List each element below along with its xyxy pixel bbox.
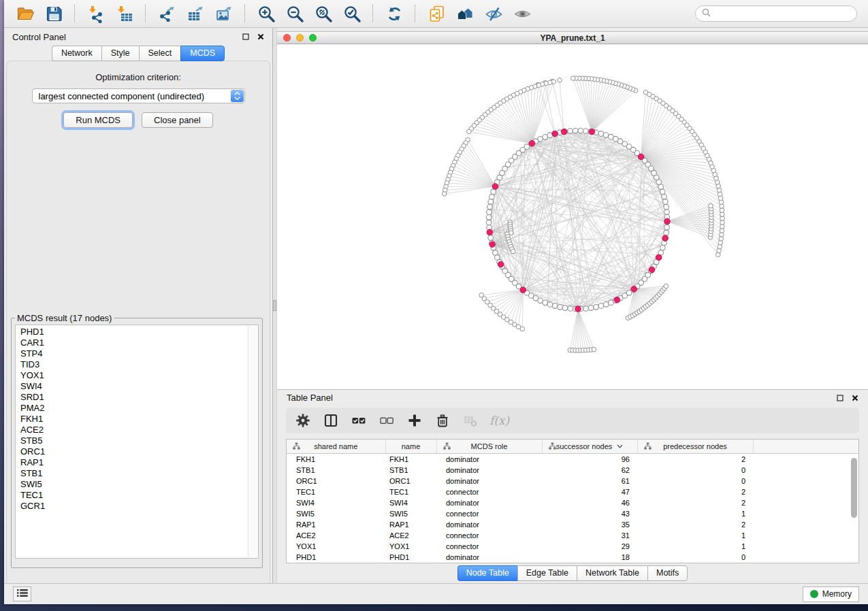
- table-row[interactable]: PHD1PHD1dominator180: [287, 552, 858, 563]
- mcds-result-item[interactable]: STB5: [16, 435, 258, 446]
- table-row[interactable]: RAP1RAP1dominator352: [287, 519, 858, 530]
- cell-mcds-role: dominator: [436, 497, 542, 508]
- export-network-button[interactable]: [154, 2, 180, 25]
- deselect-all-rows-button[interactable]: [378, 412, 396, 429]
- search-box: [695, 5, 857, 22]
- mcds-result-item[interactable]: SRD1: [16, 392, 258, 403]
- maximize-window-icon[interactable]: [309, 34, 317, 42]
- delete-column-button[interactable]: [434, 412, 451, 429]
- add-column-button[interactable]: [406, 412, 423, 429]
- tab-node-table[interactable]: Node Table: [457, 565, 517, 581]
- status-bar: Memory: [4, 583, 868, 604]
- float-table-panel-icon[interactable]: [836, 394, 843, 401]
- network-canvas[interactable]: [277, 44, 868, 389]
- table-settings-button[interactable]: [294, 412, 312, 429]
- mcds-result-item[interactable]: ORC1: [16, 446, 258, 457]
- column-header-predecessor-nodes[interactable]: predecessor nodes: [637, 440, 753, 454]
- column-header-filler: [753, 440, 858, 454]
- column-header-name[interactable]: name: [385, 440, 436, 454]
- import-table-button[interactable]: [112, 2, 138, 25]
- show-panels-list-button[interactable]: [13, 587, 31, 601]
- mcds-result-item[interactable]: TID3: [16, 359, 258, 370]
- show-columns-button[interactable]: [322, 412, 340, 429]
- table-row[interactable]: FKH1FKH1dominator962: [287, 454, 858, 465]
- mcds-result-item[interactable]: FKH1: [16, 414, 258, 425]
- column-header-successor-nodes[interactable]: successor nodes: [542, 440, 637, 454]
- cell-mcds-role: dominator: [436, 552, 542, 563]
- table-scrollbar-thumb[interactable]: [851, 458, 857, 518]
- export-image-button[interactable]: [211, 2, 237, 25]
- clone-network-button[interactable]: [423, 2, 449, 25]
- close-table-panel-icon[interactable]: [851, 394, 858, 401]
- optimization-criterion-select[interactable]: largest connected component (undirected): [32, 88, 245, 103]
- hide-selected-button[interactable]: [481, 2, 507, 25]
- mcds-result-item[interactable]: GCR1: [16, 501, 258, 512]
- cell-shared-name: PHD1: [287, 552, 385, 563]
- mcds-result-item[interactable]: TEC1: [16, 490, 258, 501]
- table-row[interactable]: ACE2ACE2connector311: [287, 530, 858, 541]
- table-row[interactable]: STB1STB1dominator620: [287, 465, 858, 476]
- tab-motifs[interactable]: Motifs: [647, 565, 688, 581]
- tab-network-table[interactable]: Network Table: [577, 565, 647, 581]
- save-session-button[interactable]: [41, 2, 67, 25]
- tab-select[interactable]: Select: [139, 46, 181, 61]
- mcds-result-item[interactable]: YOX1: [16, 370, 258, 381]
- cell-mcds-role: connector: [436, 530, 542, 541]
- tab-mcds[interactable]: MCDS: [180, 46, 225, 61]
- first-neighbors-button[interactable]: [452, 2, 478, 25]
- tab-style[interactable]: Style: [101, 46, 139, 61]
- table-row[interactable]: SWI4SWI4dominator462: [287, 497, 858, 508]
- vertical-splitter[interactable]: [272, 28, 277, 583]
- control-panel-header: Control Panel: [4, 28, 272, 46]
- column-header-shared-name[interactable]: shared name: [287, 440, 385, 454]
- cell-shared-name: SWI4: [287, 497, 385, 508]
- mcds-result-item[interactable]: SWI5: [16, 479, 258, 490]
- table-row[interactable]: ORC1ORC1dominator610: [287, 476, 858, 486]
- mcds-result-item[interactable]: RAP1: [16, 457, 258, 468]
- memory-button[interactable]: Memory: [803, 587, 859, 602]
- table-scrollbar[interactable]: [850, 455, 857, 561]
- splitter-handle[interactable]: [273, 300, 276, 311]
- table-row[interactable]: TEC1TEC1connector472: [287, 486, 858, 497]
- mcds-list-scrollbar[interactable]: [248, 326, 257, 557]
- column-type-icon: [549, 442, 556, 451]
- mcds-result-item[interactable]: STP4: [16, 348, 258, 359]
- select-all-rows-button[interactable]: [350, 412, 368, 429]
- export-table-button[interactable]: [182, 2, 208, 25]
- zoom-out-button[interactable]: [282, 2, 308, 25]
- cell-mcds-role: dominator: [436, 454, 542, 465]
- zoom-fit-button[interactable]: [310, 2, 336, 25]
- float-panel-icon[interactable]: [242, 33, 249, 41]
- cell-name: TEC1: [385, 486, 436, 497]
- open-session-button[interactable]: [12, 2, 38, 25]
- cell-filler: [753, 465, 858, 476]
- tab-edge-table[interactable]: Edge Table: [517, 565, 577, 581]
- mcds-result-item[interactable]: CAR1: [16, 337, 258, 348]
- show-all-button[interactable]: [509, 2, 535, 25]
- network-graph[interactable]: [277, 44, 868, 386]
- mcds-result-item[interactable]: PHD1: [16, 327, 258, 337]
- cell-filler: [753, 552, 858, 563]
- import-network-button[interactable]: [83, 2, 109, 25]
- cell-name: SWI5: [385, 508, 436, 519]
- search-input[interactable]: [715, 8, 850, 19]
- table-row[interactable]: SWI5SWI5connector431: [287, 508, 858, 519]
- minimize-window-icon[interactable]: [296, 34, 304, 42]
- cell-successor-nodes: 46: [542, 497, 637, 508]
- refresh-layout-button[interactable]: [381, 2, 407, 25]
- tab-network[interactable]: Network: [52, 46, 101, 61]
- close-window-icon[interactable]: [283, 34, 291, 42]
- close-panel-icon[interactable]: [257, 33, 264, 41]
- cell-mcds-role: dominator: [436, 465, 542, 476]
- close-panel-button[interactable]: Close panel: [142, 112, 213, 128]
- zoom-in-button[interactable]: [253, 2, 279, 25]
- mcds-result-item[interactable]: STB1: [16, 468, 258, 479]
- zoom-selected-button[interactable]: [339, 2, 365, 25]
- column-header-MCDS-role[interactable]: MCDS role: [436, 440, 542, 454]
- network-window-titlebar: YPA_prune.txt_1: [277, 32, 868, 44]
- mcds-result-item[interactable]: ACE2: [16, 425, 258, 435]
- mcds-result-item[interactable]: SWI4: [16, 381, 258, 392]
- table-row[interactable]: YOX1YOX1connector291: [287, 541, 858, 552]
- run-mcds-button[interactable]: Run MCDS: [63, 112, 133, 128]
- mcds-result-item[interactable]: PMA2: [16, 403, 258, 414]
